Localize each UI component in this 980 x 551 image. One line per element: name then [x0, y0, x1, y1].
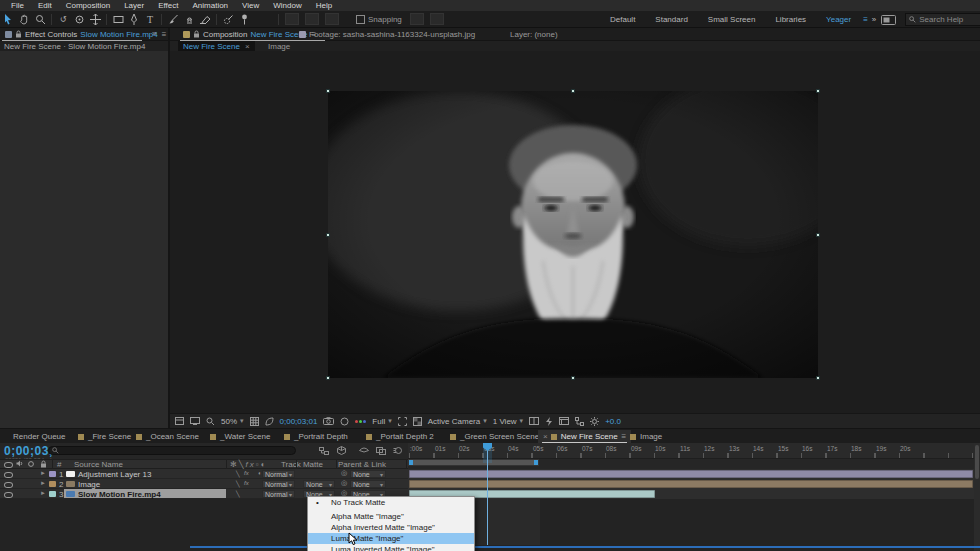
menu-item-luma-inverted-matte[interactable]: Luma Inverted Matte "Image": [308, 544, 474, 551]
parent-dropdown[interactable]: None▾: [350, 480, 386, 488]
work-area-start-handle[interactable]: [409, 460, 413, 465]
menu-edit[interactable]: Edit: [31, 0, 59, 11]
footage-tab[interactable]: Footage: sasha-sashina-1163324-unsplash.…: [296, 28, 478, 40]
menu-item-alpha-matte[interactable]: Alpha Matte "Image": [308, 511, 474, 522]
tab-portrait-depth-2[interactable]: _Portait Depth 2: [366, 430, 434, 443]
show-snapshot-icon[interactable]: [340, 417, 349, 426]
share-screen-icon[interactable]: [881, 15, 896, 25]
pickwhip-icon[interactable]: ◎: [341, 479, 347, 487]
menu-window[interactable]: Window: [266, 0, 308, 11]
quality-switch-icon[interactable]: ╲: [236, 470, 240, 477]
draft-3d-icon[interactable]: [336, 446, 347, 455]
track-matte-dropdown[interactable]: None▾: [303, 480, 335, 488]
tab-new-fire-scene[interactable]: × New Fire Scene ≡: [538, 430, 631, 443]
solo-icon[interactable]: [28, 460, 34, 469]
expander-icon[interactable]: ►: [40, 480, 46, 486]
tab-ocean-scene[interactable]: _Ocean Scene: [136, 430, 199, 443]
rotation-tool-icon[interactable]: ↺: [55, 12, 71, 27]
camera-tool-icon[interactable]: [71, 12, 87, 27]
motion-blur-icon[interactable]: [392, 446, 403, 455]
frame-blending-icon[interactable]: [375, 446, 386, 455]
quality-switch-icon[interactable]: ╲: [236, 490, 240, 497]
roto-brush-tool-icon[interactable]: [220, 12, 236, 27]
column-parent-link[interactable]: Parent & Link: [338, 460, 386, 469]
tab-water-scene[interactable]: _Water Scene: [210, 430, 270, 443]
audio-icon[interactable]: [16, 460, 23, 469]
time-ruler[interactable]: :00s 01s 02s 03s 04s 05s 06s 07s 08s 09s…: [408, 443, 974, 459]
work-area-end-handle[interactable]: [534, 460, 538, 465]
fx-switch-icon[interactable]: fx: [244, 480, 249, 486]
layer-color-swatch[interactable]: [49, 481, 56, 487]
layer-bar-image[interactable]: [409, 480, 973, 488]
selection-handle-bottom-center[interactable]: [571, 376, 575, 380]
comp-timecode[interactable]: 0;00;03;01: [280, 417, 318, 426]
resolution-dropdown[interactable]: Full▾: [372, 417, 391, 426]
grid-guides-icon[interactable]: [250, 417, 259, 426]
eraser-tool-icon[interactable]: [197, 12, 213, 27]
eye-icon[interactable]: [4, 492, 13, 498]
column-track-matte[interactable]: Track Matte: [281, 460, 323, 469]
fast-previews-icon[interactable]: [545, 417, 553, 426]
reset-exposure-icon[interactable]: [590, 417, 599, 426]
snapshot-camera-icon[interactable]: [323, 417, 334, 425]
timeline-button-icon[interactable]: [559, 417, 569, 425]
always-preview-icon[interactable]: [175, 417, 184, 425]
zoom-dropdown[interactable]: 50%▾: [221, 417, 244, 426]
close-icon[interactable]: ×: [245, 42, 250, 51]
exposure-value[interactable]: +0.0: [605, 417, 621, 426]
menu-animation[interactable]: Animation: [185, 0, 235, 11]
tab-fire-scene[interactable]: _Fire Scene: [78, 430, 131, 443]
tab-portrait-depth[interactable]: _Portrait Depth: [284, 430, 348, 443]
eye-icon[interactable]: [4, 462, 13, 468]
puppet-pin-tool-icon[interactable]: [236, 12, 252, 27]
selection-handle-bottom-right[interactable]: [816, 376, 820, 380]
workspace-standard[interactable]: Standard: [655, 15, 687, 24]
clone-stamp-tool-icon[interactable]: [181, 12, 197, 27]
search-help-field[interactable]: Search Help: [905, 13, 980, 26]
timeline-scrollbar[interactable]: [974, 443, 980, 551]
blend-mode-dropdown[interactable]: Normal▾: [262, 470, 295, 478]
selection-handle-mid-left[interactable]: [326, 233, 330, 237]
selection-tool-icon[interactable]: [0, 12, 16, 27]
menu-item-alpha-inverted-matte[interactable]: Alpha Inverted Matte "Image": [308, 522, 474, 533]
mask-visibility-icon[interactable]: [265, 417, 274, 426]
region-of-interest-icon[interactable]: [398, 417, 407, 426]
workspace-yeager[interactable]: Yeager: [826, 15, 851, 24]
selection-handle-top-left[interactable]: [326, 89, 330, 93]
pen-tool-icon[interactable]: [126, 12, 142, 27]
composition-mini-flowchart-icon[interactable]: [318, 446, 329, 455]
viewer-tab-new-fire-scene[interactable]: New Fire Scene ×: [178, 41, 255, 51]
work-area-bar[interactable]: [408, 459, 539, 466]
blend-mode-dropdown[interactable]: Normal▾: [262, 480, 295, 488]
timeline-search-field[interactable]: [48, 446, 296, 455]
pan-behind-tool-icon[interactable]: [87, 12, 103, 27]
effect-controls-overflow-icon[interactable]: »: [152, 29, 156, 38]
show-channel-icon[interactable]: [355, 420, 366, 423]
zoom-tool-icon[interactable]: [32, 12, 48, 27]
quality-switch-icon[interactable]: ╲: [236, 480, 240, 487]
menu-item-luma-matte[interactable]: Luma Matte "Image": [308, 533, 474, 544]
tab-image[interactable]: Image: [630, 430, 662, 443]
panel-menu-icon[interactable]: ≡: [162, 30, 167, 39]
hand-tool-icon[interactable]: [16, 12, 32, 27]
workspace-overflow-icon[interactable]: »: [872, 15, 876, 24]
tab-render-queue[interactable]: Render Queue: [13, 430, 65, 443]
blend-mode-dropdown[interactable]: Normal▾: [262, 490, 295, 498]
menu-item-no-track-matte[interactable]: • No Track Matte: [308, 497, 474, 508]
pickwhip-icon[interactable]: ◎: [341, 469, 347, 477]
menu-layer[interactable]: Layer: [117, 0, 151, 11]
panel-menu-icon[interactable]: ≡: [622, 432, 627, 441]
layer-row-2[interactable]: ► 2 Image ╲ fx Normal▾ None▾ ◎ None▾: [0, 479, 408, 489]
fx-switch-icon[interactable]: fx: [244, 470, 249, 476]
brush-tool-icon[interactable]: [165, 12, 181, 27]
layer-color-swatch[interactable]: [49, 491, 56, 497]
transparency-grid-icon[interactable]: [413, 417, 422, 426]
workspace-small-screen[interactable]: Small Screen: [708, 15, 756, 24]
menu-view[interactable]: View: [235, 0, 266, 11]
selected-name-cell[interactable]: Slow Motion Fire.mp4: [64, 489, 226, 498]
menu-composition[interactable]: Composition: [59, 0, 117, 11]
hide-shy-layers-icon[interactable]: [358, 446, 369, 455]
snapping-toggle[interactable]: Snapping: [356, 15, 402, 24]
snapping-checkbox[interactable]: [356, 15, 365, 24]
layer-color-swatch[interactable]: [49, 471, 56, 477]
